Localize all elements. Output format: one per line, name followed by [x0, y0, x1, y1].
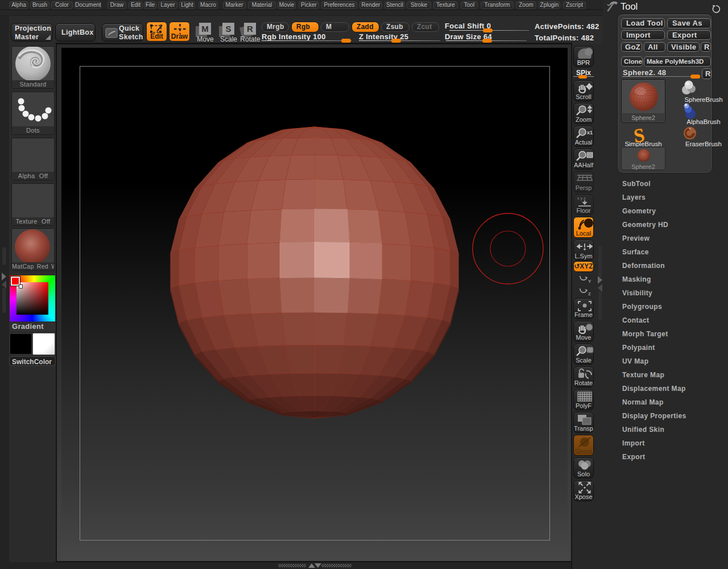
- svg-text:Y: Y: [588, 279, 592, 284]
- svg-text:x y z: x y z: [577, 196, 586, 201]
- svg-text:Z: Z: [588, 291, 591, 296]
- svg-text:x1: x1: [587, 130, 593, 135]
